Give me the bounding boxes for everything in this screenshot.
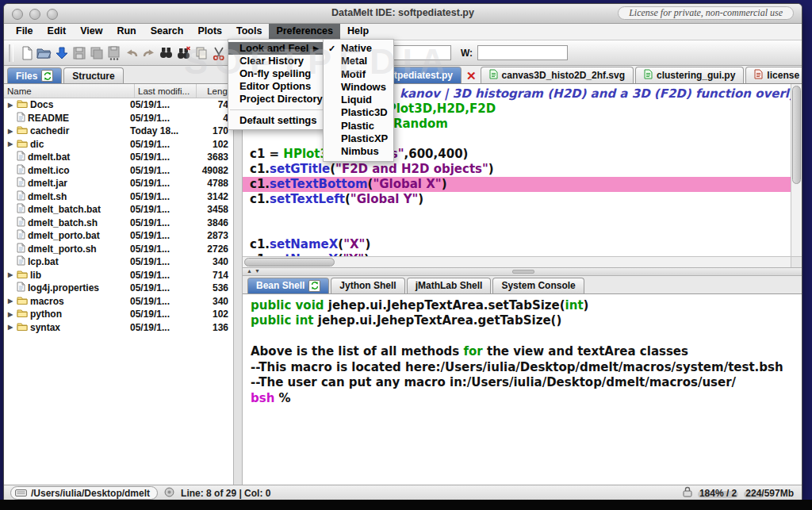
submenu-item-native[interactable]: ✓Native (324, 42, 393, 55)
submenu-item-metal[interactable]: Metal (324, 55, 393, 67)
file-row[interactable]: dmelt.bat05/19/1...3683 (4, 151, 233, 164)
refresh-icon[interactable] (41, 70, 53, 82)
menu-item-label: Look and Feel (239, 42, 308, 55)
submenu-item-liquid[interactable]: Liquid (324, 94, 393, 106)
expand-arrow-icon[interactable]: ▶ (6, 311, 14, 318)
download-icon[interactable] (53, 44, 70, 62)
file-row[interactable]: ▶macros05/19/1...340 (4, 295, 233, 309)
column-header-last-modifi-[interactable]: Last modifi... (135, 84, 197, 98)
horizontal-scroll-thumb[interactable] (244, 258, 335, 267)
file-row[interactable]: dmelt_batch.bat05/19/1...3458 (4, 203, 233, 217)
submenu-item-label: Windows (341, 81, 386, 93)
file-row[interactable]: README05/19/1...4 (4, 112, 233, 125)
editor-tab-license[interactable]: license (745, 67, 802, 83)
save-as-icon[interactable] (105, 44, 122, 62)
expand-arrow-icon[interactable]: ▶ (6, 102, 14, 109)
vertical-scroll-thumb[interactable] (792, 86, 801, 184)
menu-item-clear-history[interactable]: Clear History (228, 55, 325, 67)
save-all-icon[interactable] (88, 44, 105, 62)
menubar-item-edit[interactable]: Edit (40, 24, 74, 40)
file-row[interactable]: ▶syntax05/19/1...136 (4, 321, 233, 335)
file-name-cell: ▶cachedir (4, 125, 130, 136)
checkmark-icon: ✓ (328, 42, 335, 55)
file-row[interactable]: log4j.properties05/19/1...536 (4, 282, 233, 295)
submenu-item-nimbus[interactable]: Nimbus (324, 145, 393, 158)
editor-horizontal-scrollbar[interactable] (243, 256, 791, 267)
split-grip[interactable] (512, 270, 534, 274)
file-row[interactable]: dmelt.jar05/19/1...4788 (4, 177, 233, 190)
find-icon[interactable] (158, 44, 174, 62)
file-length-cell: 2726 (192, 243, 233, 255)
shell-tab-bean-shell[interactable]: Bean Shell (247, 278, 329, 293)
file-row[interactable]: ▶Docs05/19/1...74 (4, 98, 233, 112)
save-icon[interactable] (71, 44, 87, 62)
submenu-item-plastic[interactable]: Plastic (324, 120, 393, 132)
w-input-field[interactable] (477, 45, 568, 60)
shell-tab-label: Jython Shell (339, 280, 396, 291)
open-folder-icon[interactable] (36, 44, 52, 62)
horizontal-split-handle[interactable]: ▲▼ (243, 267, 802, 276)
menubar-item-tools[interactable]: Tools (229, 24, 269, 40)
new-file-icon[interactable] (18, 44, 35, 62)
cut-icon[interactable] (210, 44, 227, 62)
file-row[interactable]: ▶cachedirToday 18...170 (4, 125, 233, 138)
file-row[interactable]: dmelt_porto.sh05/19/1...2726 (4, 243, 233, 256)
console-output[interactable]: public void jehep.ui.JehepTextArea.setTa… (243, 294, 802, 485)
menubar-item-run[interactable]: Run (109, 24, 143, 40)
file-row[interactable]: dmelt_batch.sh05/19/1...3846 (4, 217, 233, 230)
shell-tab-jmathlab-shell[interactable]: jMathLab Shell (407, 278, 492, 293)
menu-item-editor-options[interactable]: Editor Options (228, 80, 325, 93)
editor-tab-clustering-gui-py[interactable]: clustering_gui.py (635, 67, 744, 83)
panel-tab-files[interactable]: Files (7, 67, 62, 83)
file-date-cell: 05/19/1... (130, 178, 192, 189)
menubar-item-preferences[interactable]: Preferences (269, 24, 340, 40)
menu-item-look-and-feel[interactable]: Look and Feel▶ (228, 42, 325, 55)
redo-icon[interactable] (140, 44, 157, 62)
file-length-cell: 3458 (192, 204, 233, 215)
title-bar[interactable]: DataMelt IDE: softpediatest.py License f… (4, 4, 802, 24)
file-row[interactable]: dmelt_porto.bat05/19/1...2873 (4, 229, 233, 243)
refresh-icon[interactable] (308, 280, 320, 292)
file-row[interactable]: dmelt.sh05/19/1...3142 (4, 190, 233, 204)
file-row[interactable]: dmelt.ico05/19/1...49082 (4, 164, 233, 178)
menubar-item-view[interactable]: View (73, 24, 109, 40)
menubar-item-file[interactable]: File (9, 24, 40, 40)
file-row[interactable]: lcp.bat05/19/1...340 (4, 255, 233, 269)
submenu-item-plastic3d[interactable]: Plastic3D (324, 106, 393, 119)
settings-knob-icon[interactable] (164, 487, 174, 500)
expand-arrow-icon[interactable]: ▶ (6, 128, 14, 135)
menu-item-on-fly-spelling[interactable]: On-fly spelling (228, 67, 325, 80)
editor-vertical-scrollbar[interactable] (791, 84, 802, 257)
submenu-item-plasticxp[interactable]: PlasticXP (324, 132, 393, 145)
submenu-item-windows[interactable]: Windows (324, 81, 393, 94)
submenu-item-motif[interactable]: Motif (324, 68, 393, 81)
file-row[interactable]: ▶python05/19/1...102 (4, 308, 233, 321)
expand-arrow-icon[interactable]: ▶ (6, 297, 14, 305)
menu-item-default-settings[interactable]: Default settings (228, 114, 325, 127)
copy-icon[interactable] (193, 44, 209, 62)
menubar-item-plots[interactable]: Plots (190, 24, 229, 40)
editor-tab-label: canvas3D_histo2D_2hf.svg (502, 70, 625, 81)
file-table: NameLast modifi...Lengt ▶Docs05/19/1...7… (4, 83, 233, 485)
shell-tab-system-console[interactable]: System Console (492, 278, 584, 293)
menu-item-project-directory[interactable]: Project Directory (228, 93, 325, 105)
shell-tab-jython-shell[interactable]: Jython Shell (331, 278, 404, 293)
expand-arrow-icon[interactable]: ▶ (6, 324, 14, 331)
find-replace-icon[interactable] (175, 44, 192, 62)
column-header-name[interactable]: Name (4, 84, 135, 98)
menubar-item-help[interactable]: Help (340, 24, 376, 40)
undo-icon[interactable] (123, 44, 140, 62)
expand-arrow-icon[interactable]: ▶ (6, 140, 14, 148)
toolbar-grip[interactable] (9, 44, 13, 62)
file-row[interactable]: ▶lib05/19/1...714 (4, 269, 233, 282)
file-name-cell: dmelt.ico (4, 164, 130, 177)
split-collapse-buttons[interactable]: ▲▼ (247, 268, 262, 274)
close-tab-icon[interactable]: ✕ (463, 70, 481, 83)
file-table-header[interactable]: NameLast modifi...Lengt (4, 84, 233, 98)
expand-arrow-icon[interactable]: ▶ (6, 271, 14, 278)
file-row[interactable]: ▶dic05/19/1...102 (4, 138, 233, 151)
submenu-item-label: Metal (341, 55, 367, 67)
menubar-item-search[interactable]: Search (144, 24, 191, 40)
panel-tab-structure[interactable]: Structure (63, 67, 123, 83)
editor-tab-canvas3d-histo2d-2hf-svg[interactable]: canvas3D_histo2D_2hf.svg (481, 67, 634, 83)
